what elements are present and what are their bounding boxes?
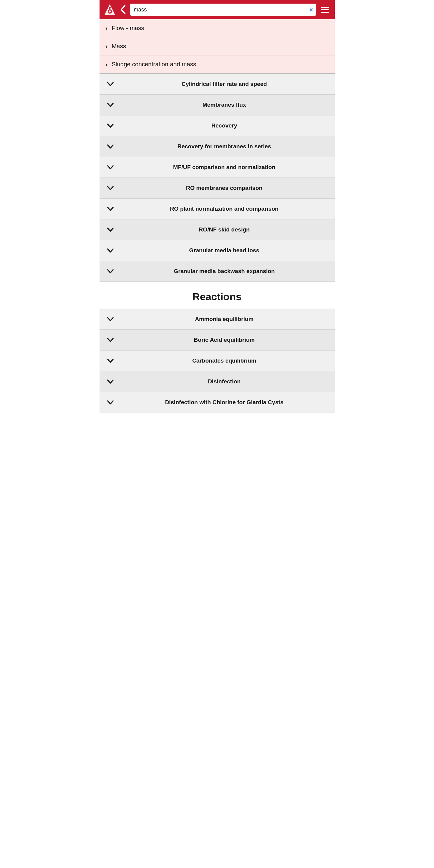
- accordion-item[interactable]: Recovery for membranes in series: [99, 136, 335, 157]
- flow-item-label: Mass: [112, 43, 126, 50]
- search-input[interactable]: [130, 4, 316, 16]
- accordion-item-label: Membranes flux: [120, 101, 329, 108]
- flow-item-mass[interactable]: › Mass: [99, 37, 335, 56]
- chevron-down-icon: [106, 121, 115, 130]
- reactions-item[interactable]: Carbonates equilibrium: [99, 350, 335, 371]
- accordion-item[interactable]: MF/UF comparison and normalization: [99, 157, 335, 178]
- back-button[interactable]: [119, 4, 127, 15]
- reactions-item-label: Carbonates equilibrium: [120, 358, 329, 364]
- chevron-down-icon: [106, 162, 115, 172]
- accordion-item-label: Recovery: [120, 122, 329, 129]
- reactions-item-label: Disinfection: [120, 378, 329, 385]
- search-clear-button[interactable]: ×: [310, 6, 313, 13]
- chevron-down-icon: [106, 335, 115, 345]
- app-header: ×: [99, 0, 335, 19]
- chevron-down-icon: [106, 142, 115, 151]
- chevron-down-icon: [106, 356, 115, 366]
- accordion-item-label: Granular media backwash expansion: [120, 268, 329, 275]
- chevron-down-icon: [106, 314, 115, 324]
- reactions-item[interactable]: Ammonia equilibrium: [99, 309, 335, 330]
- chevron-right-icon: ›: [106, 25, 108, 32]
- reactions-item[interactable]: Disinfection: [99, 371, 335, 392]
- chevron-right-icon: ›: [106, 43, 108, 50]
- chevron-down-icon: [106, 377, 115, 386]
- reactions-items: Ammonia equilibrium Boric Acid equilibri…: [99, 309, 335, 413]
- accordion-item-label: Granular media head loss: [120, 247, 329, 254]
- chevron-down-icon: [106, 204, 115, 214]
- menu-line-1: [321, 7, 329, 8]
- accordion-item-label: RO membranes comparison: [120, 185, 329, 191]
- accordion-item-label: MF/UF comparison and normalization: [120, 164, 329, 170]
- reactions-item[interactable]: Boric Acid equilibrium: [99, 330, 335, 350]
- chevron-down-icon: [106, 79, 115, 89]
- flow-item-sludge[interactable]: › Sludge concentration and mass: [99, 56, 335, 73]
- app-logo: [104, 4, 116, 16]
- accordion-item[interactable]: RO membranes comparison: [99, 178, 335, 198]
- chevron-down-icon: [106, 100, 115, 110]
- accordion-item[interactable]: RO plant normalization and comparison: [99, 198, 335, 219]
- search-container: ×: [130, 4, 316, 16]
- reactions-item-label: Disinfection with Chlorine for Giardia C…: [120, 399, 329, 406]
- chevron-down-icon: [106, 225, 115, 235]
- chevron-down-icon: [106, 246, 115, 255]
- reactions-item-label: Ammonia equilibrium: [120, 316, 329, 322]
- menu-line-2: [321, 9, 329, 10]
- chevron-down-icon: [106, 398, 115, 407]
- accordion-item-label: Cylindrical filter rate and speed: [120, 81, 329, 87]
- accordion-item[interactable]: Membranes flux: [99, 95, 335, 116]
- svg-point-2: [109, 10, 111, 13]
- chevron-down-icon: [106, 183, 115, 193]
- accordion-item[interactable]: Recovery: [99, 116, 335, 136]
- accordion-section: Cylindrical filter rate and speed Membra…: [99, 74, 335, 282]
- chevron-right-icon: ›: [106, 61, 108, 68]
- svg-point-3: [109, 7, 111, 9]
- flow-item-label: Sludge concentration and mass: [112, 61, 196, 68]
- reactions-item[interactable]: Disinfection with Chlorine for Giardia C…: [99, 392, 335, 413]
- hamburger-menu-button[interactable]: [320, 6, 330, 14]
- flow-item-flow-mass[interactable]: › Flow - mass: [99, 19, 335, 37]
- accordion-item-label: Recovery for membranes in series: [120, 143, 329, 150]
- accordion-item-label: RO/NF skid design: [120, 226, 329, 233]
- reactions-section-header: Reactions: [99, 282, 335, 309]
- reactions-title: Reactions: [106, 291, 329, 303]
- accordion-item[interactable]: Granular media backwash expansion: [99, 261, 335, 282]
- menu-line-3: [321, 12, 329, 13]
- accordion-item[interactable]: Cylindrical filter rate and speed: [99, 74, 335, 95]
- accordion-item[interactable]: RO/NF skid design: [99, 219, 335, 240]
- reactions-item-label: Boric Acid equilibrium: [120, 337, 329, 343]
- accordion-item-label: RO plant normalization and comparison: [120, 206, 329, 212]
- flow-mass-section: › Flow - mass › Mass › Sludge concentrat…: [99, 19, 335, 73]
- flow-item-label: Flow - mass: [112, 25, 144, 32]
- chevron-down-icon: [106, 267, 115, 276]
- accordion-item[interactable]: Granular media head loss: [99, 240, 335, 261]
